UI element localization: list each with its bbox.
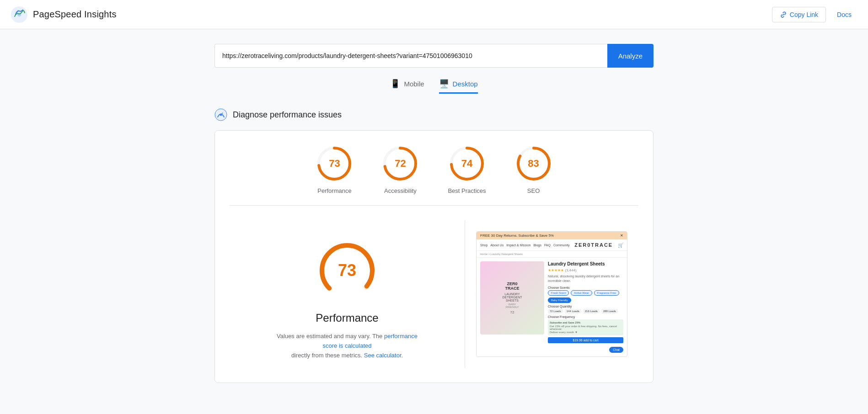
desktop-icon: 🖥️ [439,79,449,89]
score-card: 73 Performance 72 Accessibility [214,130,654,383]
scent-fresh: Fresh Scent [548,290,569,296]
header-left: PageSpeed Insights [11,6,117,23]
link-icon [780,11,787,18]
mobile-icon: 📱 [390,79,400,89]
large-gauge: 73 [315,239,379,303]
url-bar-container: Analyze [214,44,654,68]
mock-product-image: ZER0TRACE LAUNDRYDETERGENTSHEETS BABYFRI… [480,261,544,334]
description-period: . [402,352,403,359]
tab-desktop[interactable]: 🖥️ Desktop [439,79,478,94]
mock-close-icon: ✕ [620,234,623,238]
scent-ff: Fragrance Free [594,290,619,296]
tab-desktop-label: Desktop [453,80,478,88]
performance-detail: 73 Performance Values are estimated and … [230,220,465,367]
score-item-performance: 73 Performance [316,145,353,194]
screenshot-panel: FREE 30 Day Returns. Subscribe & Save 5%… [465,220,638,368]
qty-216: 216 Loads [583,309,600,313]
header: PageSpeed Insights Copy Link Docs [0,0,868,29]
header-right: Copy Link Docs [772,7,857,22]
mock-scent-options: Fresh Scent Active Wear Fragrance Free B… [548,290,623,303]
mock-topbar: FREE 30 Day Returns. Subscribe & Save 5%… [477,232,627,239]
mock-nav: Shop About Us Impact & Mission Blogs FAQ… [477,239,627,251]
mock-chat-btn: Chat [609,347,623,353]
scent-active: Active Wear [571,290,592,296]
score-item-seo: 83 SEO [515,145,552,194]
docs-button[interactable]: Docs [831,7,857,22]
url-input[interactable] [214,44,607,68]
mock-qty-row: 72 Loads 144 Loads 216 Loads 288 Loads [548,309,623,313]
score-item-accessibility: 72 Accessibility [382,145,418,194]
large-gauge-value: 73 [338,261,356,280]
svg-point-1 [17,13,21,16]
choose-scents-label: Choose Scents [548,286,623,289]
qty-288: 288 Loads [601,309,618,313]
diagnose-icon [214,108,227,121]
performance-title: Performance [316,312,378,324]
score-label-best-practices: Best Practices [448,187,486,194]
diagnose-title: Diagnose performance issues [233,110,342,120]
nav-about: About Us [490,244,504,247]
qty-72: 72 Loads [548,309,563,313]
score-value-accessibility: 72 [395,158,406,170]
main-content: Analyze 📱 Mobile 🖥️ Desktop Diagnose per… [0,29,868,398]
subscribe-text: Subscribe and Save 25% [550,321,622,324]
mock-logo: ZER0TRACE [574,242,613,248]
score-label-accessibility: Accessibility [384,187,417,194]
nav-community: Community [553,244,569,247]
score-circle-seo: 83 [515,145,552,182]
score-circle-best-practices: 74 [449,145,485,182]
tab-mobile-label: Mobile [404,80,424,88]
score-value-performance: 73 [329,158,340,170]
diagnose-header: Diagnose performance issues [214,108,654,121]
app-title: PageSpeed Insights [33,9,117,20]
score-circle-performance: 73 [316,145,353,182]
diagnose-section: Diagnose performance issues 73 Performan… [214,108,654,383]
mock-product-title: Laundry Detergent Sheets [548,261,623,266]
mock-cart-icon: 🛒 [618,243,623,248]
nav-shop: Shop [480,244,488,247]
pagespeed-logo [11,6,27,23]
scores-row: 73 Performance 72 Accessibility [230,145,638,206]
nav-impact: Impact & Mission [506,244,530,247]
tab-mobile[interactable]: 📱 Mobile [390,79,424,94]
mock-product-content: ZER0TRACE LAUNDRYDETERGENTSHEETS BABYFRI… [477,258,627,356]
copy-link-button[interactable]: Copy Link [772,7,826,22]
deliver-text: Deliver every month ▼ [550,331,622,334]
performance-description: Values are estimated and may vary. The p… [274,332,420,360]
score-label-seo: SEO [527,187,540,194]
detail-section: 73 Performance Values are estimated and … [230,220,638,368]
scent-baby: Baby Friendly [548,297,571,303]
score-value-seo: 83 [528,158,539,170]
score-circle-accessibility: 72 [382,145,418,182]
mock-stars: ★★★★★ (3,444) [548,268,623,272]
mock-description: Natural, dissolving laundry detergent sh… [548,274,623,283]
mock-topbar-text: FREE 30 Day Returns. Subscribe & Save 5% [480,234,554,238]
screenshot-mock: FREE 30 Day Returns. Subscribe & Save 5%… [476,231,627,357]
mock-breadcrumb: Home > Laundry Detergent Sheets [477,251,627,258]
score-label-performance: Performance [317,187,351,194]
subscribe-subtext: Get 15% off your order & free shipping. … [550,325,622,330]
nav-blogs: Blogs [533,244,541,247]
mock-product-info: Laundry Detergent Sheets ★★★★★ (3,444) N… [548,261,623,353]
score-value-best-practices: 74 [461,158,472,170]
nav-faq: FAQ [544,244,551,247]
mock-add-btn: $19.99 add to cart [548,337,623,343]
mock-subscribe-box: Subscribe and Save 25% Get 15% off your … [548,319,623,335]
copy-link-label: Copy Link [790,11,818,18]
calculator-link[interactable]: See calculator [364,352,402,359]
score-item-best-practices: 74 Best Practices [448,145,486,194]
choose-qty-label: Choose Quantity [548,305,623,308]
device-tabs: 📱 Mobile 🖥️ Desktop [390,79,477,94]
mock-nav-links: Shop About Us Impact & Mission Blogs FAQ… [480,244,569,247]
analyze-button[interactable]: Analyze [607,44,654,68]
qty-144: 144 Loads [565,309,581,313]
choose-freq-label: Choose Frequency [548,315,623,318]
